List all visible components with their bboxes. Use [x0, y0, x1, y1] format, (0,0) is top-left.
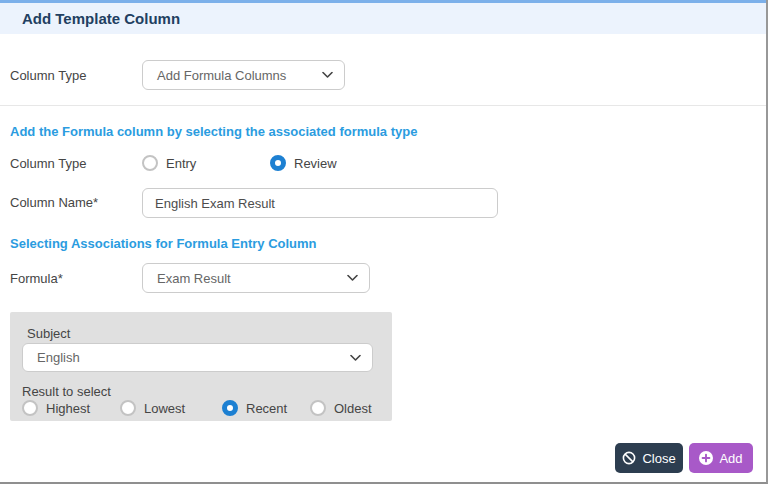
radio-recent-circle[interactable] — [222, 400, 238, 416]
radio-oldest-label: Oldest — [334, 401, 372, 416]
add-template-column-modal: Add Template Column Column Type Add Form… — [0, 0, 768, 484]
formula-select-value: Exam Result — [157, 271, 231, 286]
add-button-label: Add — [719, 451, 742, 466]
radio-oldest[interactable]: Oldest — [310, 400, 372, 416]
plus-circle-icon — [699, 451, 713, 465]
close-button[interactable]: Close — [615, 443, 683, 473]
column-name-label: Column Name* — [10, 195, 98, 210]
associations-section-heading: Selecting Associations for Formula Entry… — [10, 236, 317, 251]
ban-icon — [622, 451, 636, 465]
radio-lowest-circle[interactable] — [120, 400, 136, 416]
column-type-radio-label: Column Type — [10, 156, 86, 171]
radio-entry[interactable]: Entry — [142, 155, 196, 171]
radio-entry-circle[interactable] — [142, 155, 158, 171]
subject-select[interactable]: English — [22, 343, 373, 372]
modal-title: Add Template Column — [22, 10, 180, 27]
subject-select-value: English — [37, 350, 80, 365]
chevron-down-icon — [322, 72, 333, 79]
radio-oldest-circle[interactable] — [310, 400, 326, 416]
radio-review-circle[interactable] — [270, 155, 286, 171]
close-button-label: Close — [642, 451, 675, 466]
radio-entry-label: Entry — [166, 156, 196, 171]
column-type-select-value: Add Formula Columns — [157, 68, 286, 83]
radio-review[interactable]: Review — [270, 155, 337, 171]
radio-review-label: Review — [294, 156, 337, 171]
radio-highest[interactable]: Highest — [22, 400, 90, 416]
radio-highest-label: Highest — [46, 401, 90, 416]
radio-lowest[interactable]: Lowest — [120, 400, 185, 416]
radio-recent-label: Recent — [246, 401, 287, 416]
association-panel: Subject English Result to select Highest… — [10, 312, 392, 421]
chevron-down-icon — [347, 275, 358, 282]
formula-section-heading: Add the Formula column by selecting the … — [10, 124, 417, 139]
chevron-down-icon — [350, 354, 361, 361]
formula-select[interactable]: Exam Result — [142, 263, 370, 293]
add-button[interactable]: Add — [689, 443, 753, 473]
radio-highest-circle[interactable] — [22, 400, 38, 416]
subject-label: Subject — [27, 326, 70, 341]
section-divider — [0, 105, 766, 106]
column-type-select[interactable]: Add Formula Columns — [142, 60, 345, 90]
modal-header: Add Template Column — [0, 3, 766, 34]
result-to-select-label: Result to select — [22, 384, 111, 399]
radio-lowest-label: Lowest — [144, 401, 185, 416]
column-type-top-label: Column Type — [10, 68, 86, 83]
radio-recent[interactable]: Recent — [222, 400, 287, 416]
column-name-input[interactable] — [142, 188, 498, 218]
formula-label: Formula* — [10, 271, 63, 286]
